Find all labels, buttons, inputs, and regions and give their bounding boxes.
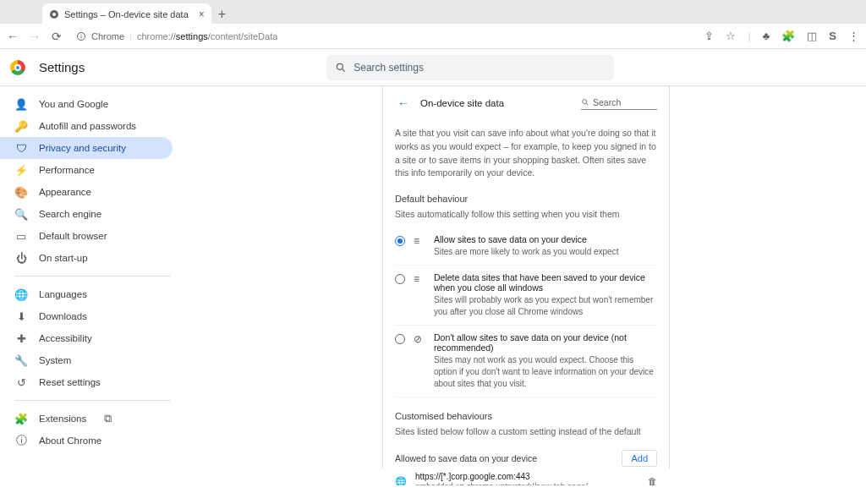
svg-rect-4 [81, 36, 82, 38]
settings-panel: ← On-device site data Search A site that… [382, 86, 670, 468]
search-icon [581, 98, 589, 107]
search-icon [335, 62, 347, 74]
sidebar-item-you-and-google[interactable]: 👤You and Google [0, 93, 173, 115]
sidebar-item-label: Extensions [39, 414, 86, 424]
back-icon[interactable]: ← [7, 30, 19, 43]
sidebar-item-label: Downloads [39, 311, 87, 321]
custom-behaviours-label: Customised behaviours [395, 411, 657, 421]
sidebar-item-languages[interactable]: 🌐Languages [0, 283, 173, 305]
storage-icon: ≡ [414, 235, 425, 247]
svg-line-6 [343, 68, 345, 71]
option-sub: Sites are more likely to work as you wou… [434, 246, 657, 258]
forward-icon[interactable]: → [29, 30, 41, 43]
search-placeholder: Search settings [354, 62, 424, 74]
radio-icon [395, 236, 405, 246]
system-icon: 🔧 [15, 354, 27, 366]
sidebar-item-search-engine[interactable]: 🔍Search engine [0, 203, 173, 225]
sidebar-item-system[interactable]: 🔧System [0, 349, 173, 371]
option-delete-on-close[interactable]: ≡ Delete data sites that have been saved… [395, 266, 657, 326]
storage-icon: ≡ [414, 273, 425, 285]
sidebar-item-default-browser[interactable]: ▭Default browser [0, 225, 173, 247]
option-sub: Sites will probably work as you expect b… [434, 294, 657, 318]
option-title: Delete data sites that have been saved t… [434, 272, 657, 293]
option-sub: Sites may not work as you would expect. … [434, 354, 657, 390]
sidebar-item-reset[interactable]: ↺Reset settings [0, 371, 173, 393]
option-title: Allow sites to save data on your device [434, 234, 657, 244]
add-allowed-button[interactable]: Add [622, 450, 657, 467]
panel-icon[interactable]: ◫ [807, 30, 817, 42]
search-icon: 🔍 [15, 208, 27, 220]
bookmark-icon[interactable]: ☆ [726, 30, 736, 42]
sidebar-item-extensions[interactable]: 🧩Extensions⧉ [0, 408, 173, 430]
sidebar-item-label: Privacy and security [39, 143, 126, 153]
sidebar-item-label: Accessibility [39, 333, 92, 343]
svg-point-3 [81, 34, 82, 35]
tab-favicon [49, 9, 59, 19]
sidebar-item-downloads[interactable]: ⬇Downloads [0, 305, 173, 327]
browser-toolbar: ← → ⟳ Chrome | chrome://settings/content… [0, 24, 866, 49]
option-title: Don't allow sites to save data on your d… [434, 332, 657, 353]
sidebar-item-label: Search engine [39, 209, 101, 219]
sidebar-item-label: Languages [39, 289, 87, 299]
url-path-rest: /content/siteData [208, 31, 278, 41]
browser-icon: ▭ [15, 230, 27, 242]
panel-search-placeholder: Search [593, 97, 621, 107]
sidebar-separator [15, 276, 171, 277]
browser-tab[interactable]: Settings – On-device site data × [42, 3, 211, 24]
person-icon: 👤 [15, 98, 27, 110]
profile-icon[interactable]: S [829, 30, 836, 42]
sidebar-item-privacy[interactable]: 🛡Privacy and security [0, 137, 173, 159]
site-info-icon[interactable] [76, 31, 86, 41]
sidebar-separator [15, 400, 171, 401]
sidebar-item-performance[interactable]: ⚡Performance [0, 159, 173, 181]
menu-icon[interactable]: ⋮ [848, 30, 859, 42]
block-icon: ⊘ [414, 333, 425, 345]
panel-title: On-device site data [420, 98, 573, 108]
globe-icon: 🌐 [15, 288, 27, 300]
sidebar-item-about[interactable]: ⓘAbout Chrome [0, 430, 173, 452]
reload-icon[interactable]: ⟳ [51, 30, 63, 43]
delete-site-icon[interactable]: 🗑 [648, 476, 657, 485]
panel-back-button[interactable]: ← [395, 95, 412, 112]
option-block[interactable]: ⊘ Don't allow sites to save data on your… [395, 326, 657, 397]
download-icon: ⬇ [15, 310, 27, 322]
sidebar-item-accessibility[interactable]: ✚Accessibility [0, 327, 173, 349]
option-allow[interactable]: ≡ Allow sites to save data on your devic… [395, 227, 657, 266]
radio-icon [395, 334, 405, 344]
site-url: https://[*.]corp.google.com:443 [415, 472, 639, 481]
info-icon: ⓘ [15, 435, 27, 446]
default-behaviour-sub: Sites automatically follow this setting … [395, 209, 657, 219]
performance-icon: ⚡ [15, 164, 27, 176]
tab-strip: Settings – On-device site data × + [0, 0, 866, 24]
sidebar-item-appearance[interactable]: 🎨Appearance [0, 181, 173, 203]
url-path-bold: settings [176, 31, 208, 41]
sidebar-item-startup[interactable]: ⏻On start-up [0, 247, 173, 269]
globe-icon: 🌐 [395, 476, 407, 486]
extensions-icon[interactable]: 🧩 [781, 30, 795, 42]
sep-icon: | [748, 30, 750, 42]
power-icon: ⏻ [15, 252, 27, 264]
puzzle-icon: 🧩 [15, 413, 27, 425]
sidebar-item-autofill[interactable]: 🔑Autofill and passwords [0, 115, 173, 137]
search-settings-input[interactable]: Search settings [326, 55, 614, 80]
external-link-icon: ⧉ [101, 413, 113, 425]
notification-icon[interactable]: ♣ [763, 30, 770, 42]
close-tab-icon[interactable]: × [199, 8, 205, 20]
sidebar-item-label: On start-up [39, 253, 88, 263]
svg-point-7 [583, 99, 587, 103]
custom-behaviours-sub: Sites listed below follow a custom setti… [395, 426, 657, 436]
panel-search-input[interactable]: Search [581, 97, 657, 110]
address-bar[interactable]: Chrome | chrome://settings/content/siteD… [69, 31, 698, 41]
site-embed: embedded on chrome-untrusted://new-tab-p… [415, 481, 639, 485]
sidebar-item-label: Default browser [39, 231, 107, 241]
new-tab-button[interactable]: + [218, 7, 226, 24]
share-icon[interactable]: ⇪ [704, 30, 714, 42]
key-icon: 🔑 [15, 120, 27, 132]
settings-header: Settings Search settings [0, 49, 866, 86]
accessibility-icon: ✚ [15, 332, 27, 344]
sidebar-item-label: Autofill and passwords [39, 121, 136, 131]
sidebar-item-label: Reset settings [39, 377, 101, 387]
chrome-logo-icon [10, 60, 25, 75]
appearance-icon: 🎨 [15, 186, 27, 198]
radio-icon [395, 274, 405, 284]
